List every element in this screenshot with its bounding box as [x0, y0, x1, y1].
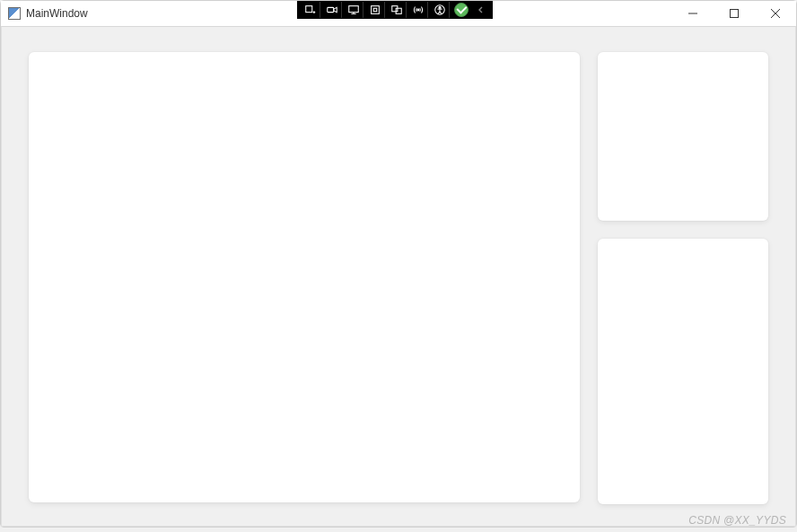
svg-line-18 [440, 12, 442, 14]
accessibility-icon[interactable] [430, 2, 450, 18]
side-panel-bottom [598, 239, 768, 504]
svg-marker-4 [333, 7, 337, 12]
chevron-left-icon[interactable] [473, 3, 489, 17]
present-icon[interactable] [344, 2, 363, 18]
svg-rect-5 [348, 6, 358, 13]
client-area [1, 26, 796, 527]
window-title: MainWindow [26, 7, 88, 20]
overlay-toolbar [297, 1, 493, 19]
titlebar[interactable]: MainWindow [1, 1, 796, 26]
minimize-button[interactable] [672, 1, 714, 26]
main-window: MainWindow [0, 0, 797, 528]
side-panel-top [598, 52, 768, 221]
camera-icon[interactable] [322, 2, 342, 18]
main-panel [29, 52, 580, 502]
titlebar-left: MainWindow [1, 7, 88, 20]
check-icon[interactable] [451, 2, 471, 18]
close-button[interactable] [755, 1, 796, 26]
app-icon [8, 7, 21, 20]
broadcast-icon[interactable] [408, 2, 428, 18]
window-controls [672, 1, 796, 26]
svg-rect-8 [371, 6, 379, 14]
select-icon[interactable] [365, 2, 385, 18]
group-icon[interactable] [387, 2, 407, 18]
maximize-button[interactable] [714, 1, 755, 26]
svg-rect-0 [305, 6, 311, 13]
svg-point-14 [438, 6, 440, 8]
add-icon[interactable] [301, 2, 320, 18]
svg-point-12 [417, 9, 419, 11]
watermark: CSDN @XX_YYDS [688, 514, 786, 527]
svg-rect-20 [731, 10, 739, 18]
svg-rect-3 [327, 7, 333, 12]
side-column [598, 52, 768, 504]
svg-rect-9 [373, 8, 377, 12]
